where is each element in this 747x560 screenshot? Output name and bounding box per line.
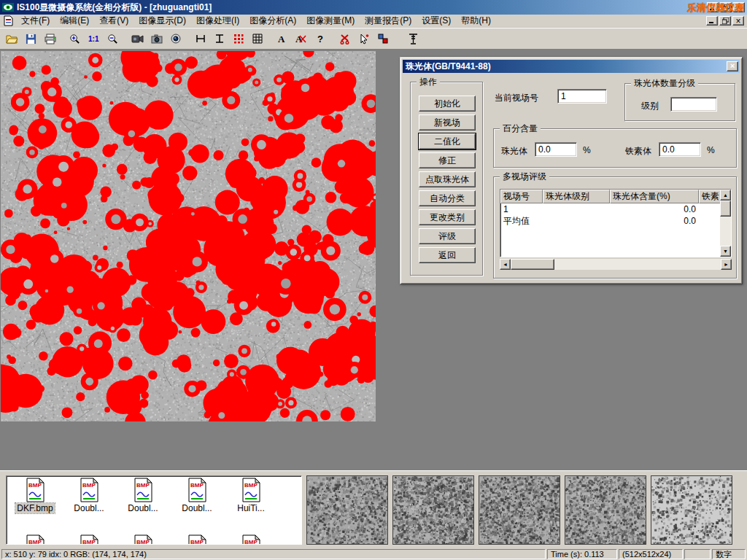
close-icon: × (737, 4, 740, 11)
menu-help[interactable]: 帮助(H) (456, 14, 496, 28)
init-button[interactable]: 初始化 (419, 96, 476, 112)
dialog-title: 珠光体(GB/T9441-88) (406, 61, 491, 73)
rate-button[interactable]: 评级 (419, 228, 476, 244)
col-field-no[interactable]: 视场号 (500, 190, 543, 203)
menu-image-analysis[interactable]: 图像分析(A) (244, 14, 301, 28)
color-picker-button[interactable] (374, 30, 392, 48)
table-horizontal-scrollbar[interactable]: ◄ ► (500, 259, 732, 270)
thumbnail-image[interactable] (479, 475, 560, 545)
child-close-button[interactable]: × (732, 16, 744, 26)
actual-size-button[interactable]: 1:1 (85, 30, 103, 48)
table-header-row: 视场号 珠光体级别 珠光体含量(%) 铁素 (500, 190, 731, 203)
file-item[interactable]: BMP Doubl... (116, 478, 170, 513)
help-button[interactable]: ? (311, 30, 329, 48)
svg-text:BMP: BMP (82, 482, 96, 489)
thumbnail-image[interactable] (306, 475, 388, 545)
camera-button[interactable] (147, 30, 166, 48)
video-capture-button[interactable] (128, 30, 147, 48)
svg-text:BMP: BMP (244, 539, 258, 545)
file-item[interactable]: BMP (116, 534, 170, 545)
col-pearlite-grade[interactable]: 珠光体级别 (543, 190, 610, 203)
new-field-button[interactable]: 新视场 (419, 114, 476, 131)
save-button[interactable] (22, 30, 40, 48)
file-item[interactable]: BMP Doubl... (170, 478, 224, 513)
file-item[interactable]: BMP DKF.bmp (8, 478, 62, 513)
scroll-left-icon[interactable]: ◄ (500, 259, 511, 270)
pick-pearlite-button[interactable]: 点取珠光体 (419, 171, 476, 187)
measure-horizontal-button[interactable] (191, 30, 209, 48)
menu-view[interactable]: 查看(V) (94, 14, 133, 28)
dialog-close-button[interactable]: × (727, 61, 738, 71)
file-item[interactable]: BMP Doubl... (62, 478, 116, 513)
restore-button[interactable] (720, 2, 732, 12)
thumbnail-image[interactable] (565, 475, 646, 545)
return-button[interactable]: 返回 (419, 247, 476, 263)
binarize-button[interactable]: 二值化 (419, 133, 476, 149)
lens-button[interactable] (166, 30, 185, 48)
change-class-button[interactable]: 更改类别 (419, 209, 476, 225)
current-field-input[interactable] (557, 89, 607, 104)
file-list[interactable]: BMP DKF.bmp BMP Doubl... (6, 475, 302, 545)
file-item[interactable]: BMP (62, 534, 116, 545)
close-button[interactable]: × (733, 2, 745, 12)
auto-classify-button[interactable]: 自动分类 (419, 190, 476, 206)
table-vertical-scrollbar[interactable]: ▲ ▼ (720, 190, 731, 257)
vertical-scroll-thumb[interactable] (720, 201, 731, 217)
menu-file[interactable]: 文件(F) (16, 14, 55, 28)
file-item[interactable]: BMP (224, 534, 278, 545)
file-name: DKF.bmp (15, 503, 54, 513)
title-bar[interactable]: IS100显微摄像系统(金相分析版) - [zhuguangti01] × (0, 0, 747, 15)
menu-image-processing[interactable]: 图像处理(I) (191, 14, 244, 28)
annotate-text-button[interactable]: A (273, 30, 291, 48)
file-item[interactable]: BMP (8, 534, 62, 545)
grade-input[interactable] (670, 97, 717, 112)
metallograph-image[interactable] (1, 51, 376, 421)
status-image-size: (512x512x24) (619, 549, 683, 559)
pointer-button[interactable] (355, 30, 373, 48)
zoom-out-button[interactable] (104, 30, 122, 48)
point-count-button[interactable] (229, 30, 247, 48)
horizontal-scroll-thumb[interactable] (511, 259, 554, 270)
svg-text:1:1: 1:1 (88, 35, 99, 43)
scroll-up-icon[interactable]: ▲ (720, 190, 731, 201)
measure-vertical-button[interactable] (210, 30, 228, 48)
col-pearlite-content[interactable]: 珠光体含量(%) (610, 190, 699, 203)
stage-measure-button[interactable] (404, 30, 422, 48)
table-row[interactable]: 1 0.0 (500, 203, 731, 215)
child-restore-button[interactable] (719, 16, 731, 26)
child-window-icon[interactable] (3, 15, 14, 26)
correct-button[interactable]: 修正 (419, 152, 476, 168)
measure-vertical-icon (214, 34, 225, 44)
ferrite-input[interactable] (659, 142, 701, 157)
thumbnail-image[interactable] (392, 475, 474, 545)
thumbnail-image[interactable] (651, 475, 732, 545)
menu-edit[interactable]: 编辑(E) (55, 14, 94, 28)
percent-group: 百分含量 珠光体 % 铁素体 % (493, 128, 737, 168)
menu-image-measure[interactable]: 图像测量(M) (301, 14, 360, 28)
svg-text:A: A (278, 34, 285, 44)
scroll-down-icon[interactable]: ▼ (720, 246, 731, 257)
delete-measure-button[interactable] (336, 30, 354, 48)
file-name: HuiTi... (236, 503, 266, 513)
zoom-in-button[interactable] (66, 30, 84, 48)
menu-settings[interactable]: 设置(S) (417, 14, 456, 28)
scroll-right-icon[interactable]: ► (721, 259, 732, 270)
video-capture-icon (131, 34, 144, 44)
table-row[interactable]: 平均值 0.0 (500, 215, 731, 227)
delete-measure-icon (339, 34, 350, 44)
menu-image-display[interactable]: 图像显示(D) (133, 14, 191, 28)
file-name: Doubl... (180, 503, 213, 513)
pointer-icon (359, 34, 369, 44)
file-item[interactable]: BMP (170, 534, 224, 545)
minimize-button[interactable] (707, 2, 719, 12)
pearlite-input[interactable] (535, 142, 577, 157)
file-item[interactable]: BMP HuiTi... (224, 478, 278, 513)
delete-text-button[interactable]: A (292, 30, 310, 48)
child-minimize-button[interactable] (706, 16, 718, 26)
print-button[interactable] (41, 30, 59, 48)
cell-content: 0.0 (610, 203, 699, 215)
grid-button[interactable] (248, 30, 266, 48)
open-button[interactable] (3, 30, 21, 48)
menu-measure-report[interactable]: 测量报告(P) (360, 14, 417, 28)
dialog-title-bar[interactable]: 珠光体(GB/T9441-88) × (403, 60, 740, 73)
